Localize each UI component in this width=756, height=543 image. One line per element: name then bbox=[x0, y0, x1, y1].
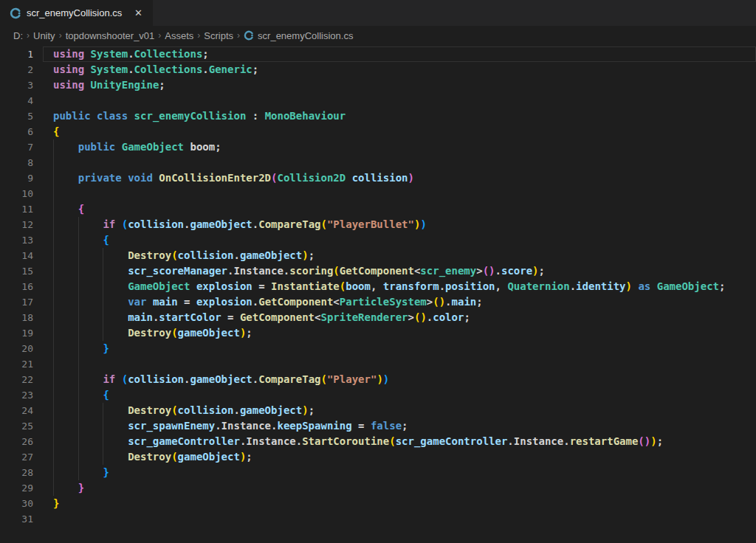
code-token: StartCoroutine bbox=[302, 435, 389, 447]
code-token: < bbox=[333, 296, 339, 308]
code-line[interactable] bbox=[43, 93, 756, 108]
line-number: 8 bbox=[0, 155, 43, 170]
breadcrumb-segment[interactable]: Scripts bbox=[204, 30, 233, 41]
indent-guide bbox=[53, 155, 54, 170]
code-token: class bbox=[97, 110, 128, 122]
code-row: 8 bbox=[0, 155, 756, 170]
code-line[interactable]: GameObject explosion = Instantiate(boom,… bbox=[43, 279, 756, 294]
code-line[interactable]: scr_scoreManager.Instance.scoring(GetCom… bbox=[43, 263, 756, 279]
indent-guide bbox=[53, 449, 54, 465]
breadcrumb-separator-icon: › bbox=[59, 30, 62, 41]
code-token: ) bbox=[302, 249, 308, 261]
code-token: System bbox=[91, 63, 128, 75]
code-token: UnityEngine bbox=[91, 79, 159, 91]
code-token: > bbox=[427, 296, 433, 308]
code-line[interactable]: if (collision.gameObject.CompareTag("Pla… bbox=[43, 217, 756, 232]
code-token: ( bbox=[171, 404, 177, 416]
code-token: () bbox=[483, 265, 495, 277]
code-token: ; bbox=[202, 48, 208, 60]
code-token bbox=[91, 110, 97, 122]
code-line[interactable]: { bbox=[43, 387, 756, 403]
code-token: ( bbox=[389, 435, 395, 447]
code-line[interactable]: } bbox=[43, 465, 756, 480]
code-token: } bbox=[103, 342, 109, 354]
code-line[interactable] bbox=[43, 511, 756, 527]
code-line[interactable]: public class scr_enemyCollision : MonoBe… bbox=[43, 108, 756, 124]
close-icon[interactable]: ✕ bbox=[131, 6, 145, 21]
code-line[interactable]: { bbox=[43, 201, 756, 217]
indent-guide bbox=[53, 372, 54, 387]
breadcrumb-separator-icon: › bbox=[197, 30, 200, 41]
code-token: : bbox=[246, 110, 264, 122]
code-line[interactable] bbox=[43, 186, 756, 201]
breadcrumb-segment[interactable]: Unity bbox=[33, 30, 55, 41]
code-token: as bbox=[638, 280, 650, 292]
code-row: 25 scr_spawnEnemy.Instance.keepSpawning … bbox=[0, 418, 756, 434]
tab-scr-enemycollision[interactable]: scr_enemyCollision.cs ✕ bbox=[0, 0, 153, 26]
line-number: 21 bbox=[0, 356, 43, 372]
breadcrumb-segment[interactable]: D: bbox=[13, 30, 23, 41]
code-token: boom; bbox=[184, 141, 221, 153]
code-token: collision bbox=[178, 249, 234, 261]
code-line[interactable]: Destroy(collision.gameObject); bbox=[43, 248, 756, 263]
code-token: < bbox=[315, 311, 320, 323]
code-row: 26 scr_gameController.Instance.StartCoro… bbox=[0, 434, 756, 449]
indent-guide bbox=[103, 248, 103, 263]
code-line[interactable]: { bbox=[43, 232, 756, 248]
line-number: 1 bbox=[0, 46, 43, 62]
breadcrumb-segment[interactable]: Assets bbox=[165, 30, 193, 41]
code-line[interactable]: var main = explosion.GetComponent<Partic… bbox=[43, 294, 756, 310]
breadcrumb-file[interactable]: scr_enemyCollision.cs bbox=[244, 30, 353, 41]
code-token: GetComponent bbox=[258, 296, 333, 308]
code-token: ParticleSystem bbox=[340, 296, 427, 308]
code-token: gameObject bbox=[240, 404, 302, 416]
code-token: scr_gameController bbox=[396, 435, 508, 447]
code-line[interactable]: private void OnCollisionEnter2D(Collisio… bbox=[43, 170, 756, 186]
code-line[interactable]: Destroy(gameObject); bbox=[43, 449, 756, 465]
code-token: collision bbox=[352, 172, 408, 184]
breadcrumb-separator-icon: › bbox=[237, 30, 240, 41]
code-line[interactable] bbox=[43, 155, 756, 170]
code-line[interactable]: } bbox=[43, 496, 756, 511]
indent-guide bbox=[78, 294, 79, 310]
code-line[interactable]: Destroy(collision.gameObject); bbox=[43, 403, 756, 418]
line-number: 5 bbox=[0, 108, 43, 124]
breadcrumb-segment[interactable]: topdownshooter_v01 bbox=[66, 30, 155, 41]
indent-guide bbox=[53, 170, 54, 186]
code-line[interactable]: } bbox=[43, 480, 756, 496]
code-line[interactable]: public GameObject boom; bbox=[43, 139, 756, 155]
indent-guide bbox=[78, 279, 79, 294]
code-line[interactable]: { bbox=[43, 124, 756, 139]
indent-guide bbox=[53, 201, 54, 217]
code-token: . bbox=[233, 404, 239, 416]
code-line[interactable]: using System.Collections; bbox=[43, 46, 756, 62]
code-token bbox=[146, 296, 152, 308]
code-row: 24 Destroy(collision.gameObject); bbox=[0, 403, 756, 418]
code-token: using bbox=[53, 79, 84, 91]
code-token bbox=[53, 435, 128, 447]
code-token: scr_enemyCollision bbox=[134, 110, 247, 122]
code-line[interactable]: main.startColor = GetComponent<SpriteRen… bbox=[43, 310, 756, 325]
code-editor[interactable]: 1using System.Collections;2using System.… bbox=[0, 45, 756, 543]
code-row: 14 Destroy(collision.gameObject); bbox=[0, 248, 756, 263]
code-token bbox=[53, 420, 128, 432]
code-token: ; bbox=[309, 249, 315, 261]
code-token: .Instance. bbox=[215, 420, 277, 432]
code-line[interactable]: Destroy(gameObject); bbox=[43, 325, 756, 341]
code-token: , bbox=[495, 280, 508, 292]
line-number: 3 bbox=[0, 77, 43, 93]
indent-guide bbox=[53, 310, 54, 325]
code-line[interactable]: if (collision.gameObject.CompareTag("Pla… bbox=[43, 372, 756, 387]
code-line[interactable] bbox=[43, 356, 756, 372]
code-token: false bbox=[371, 420, 402, 432]
code-row: 18 main.startColor = GetComponent<Sprite… bbox=[0, 310, 756, 325]
code-line[interactable]: scr_spawnEnemy.Instance.keepSpawning = f… bbox=[43, 418, 756, 434]
code-row: 2using System.Collections.Generic; bbox=[0, 62, 756, 77]
code-line[interactable]: scr_gameController.Instance.StartCorouti… bbox=[43, 434, 756, 449]
code-line[interactable]: using System.Collections.Generic; bbox=[43, 62, 756, 77]
code-token: scr_enemy bbox=[420, 265, 476, 277]
code-line[interactable]: using UnityEngine; bbox=[43, 77, 756, 93]
code-token bbox=[53, 451, 128, 463]
code-line[interactable]: } bbox=[43, 341, 756, 356]
code-token bbox=[115, 218, 121, 230]
